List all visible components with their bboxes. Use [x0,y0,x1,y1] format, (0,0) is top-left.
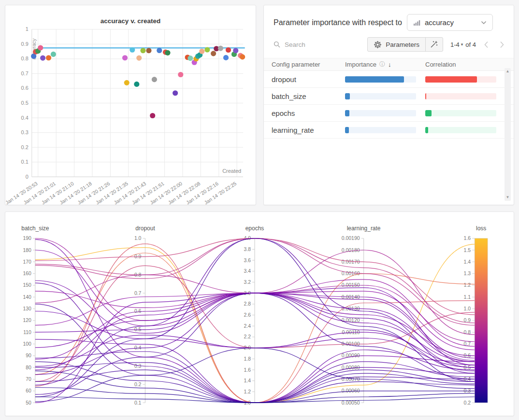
svg-text:Jan 14 '20 22:25: Jan 14 '20 22:25 [203,181,238,205]
svg-text:Jan 14 '20 21:26: Jan 14 '20 21:26 [77,181,111,205]
svg-text:1.2: 1.2 [464,282,471,288]
svg-text:1.3: 1.3 [464,271,471,276]
svg-text:120: 120 [23,318,31,323]
chevron-left-icon [484,41,489,48]
bar-chart-icon [413,19,420,26]
svg-text:0: 0 [26,174,29,180]
axis-title-batch_size: batch_size [21,225,49,232]
svg-text:Jan 14 '20 22:00: Jan 14 '20 22:00 [149,181,184,205]
scroll-down-icon[interactable]: ▼ [506,196,510,199]
run-point [38,45,43,50]
parallel-coordinates-chart[interactable]: 5060708090100110120130140150160170180190… [5,212,514,416]
svg-text:1.1: 1.1 [464,294,471,300]
run-point [130,47,135,53]
correlation-cell [425,110,514,116]
correlation-cell [425,76,514,83]
scatter-x-axis-label: Created [222,168,241,174]
parameters-button-label: Parameters [386,41,419,48]
table-row[interactable]: epochs [264,105,514,122]
run-point [150,113,155,118]
svg-text:180: 180 [23,248,31,253]
svg-text:0.00190: 0.00190 [342,236,360,241]
page-range-dropdown[interactable]: 1-4 ▾ [450,41,463,48]
config-parameter-name: epochs [264,109,345,117]
svg-text:190: 190 [23,236,31,241]
svg-text:Jan 14 '20 20:53: Jan 14 '20 20:53 [5,181,39,205]
config-parameter-name: learning_rate [264,126,345,134]
svg-text:0.1: 0.1 [134,400,142,406]
table-row[interactable]: batch_size [264,88,514,105]
importance-header: Parameter importance with respect to acc… [264,5,514,31]
table-row[interactable]: learning_rate [264,122,514,139]
importance-bar [345,127,416,133]
svg-text:Jan 14 '20 22:16: Jan 14 '20 22:16 [185,181,219,205]
parameters-button-group: Parameters [367,37,443,52]
info-icon[interactable]: ⓘ [379,60,385,69]
axis-title-dropout: dropout [135,225,155,232]
run-point [165,50,170,56]
pagination-total: of 4 [465,41,476,48]
chevron-down-icon [481,21,487,25]
config-parameter-name: batch_size [264,92,345,100]
run-point [226,47,231,53]
svg-text:Jan 14 '20 21:43: Jan 14 '20 21:43 [113,181,147,205]
parameters-button[interactable]: Parameters [368,38,425,51]
run-point [204,47,210,52]
axis-title-loss: loss [476,225,486,232]
table-scrollbar[interactable]: ▲ ▼ [505,68,511,201]
auto-visualize-button[interactable] [425,38,443,51]
svg-text:160: 160 [23,271,31,276]
svg-text:2.6: 2.6 [244,312,251,318]
column-header-correlation[interactable]: Correlation [425,61,514,68]
run-point [152,77,157,82]
axis-title-epochs: epochs [245,225,264,232]
run-point [211,51,216,56]
svg-text:140: 140 [23,294,31,300]
table-row[interactable]: dropout [264,71,514,88]
search-box[interactable] [274,41,367,49]
svg-text:Jan 14 '20 21:18: Jan 14 '20 21:18 [59,181,93,205]
importance-cell [345,110,425,116]
sort-desc-icon[interactable]: ↓ [388,61,391,68]
scatter-chart-title: accuracy v. created [5,17,256,25]
svg-text:1.4: 1.4 [464,259,471,265]
svg-text:2.8: 2.8 [244,301,251,307]
svg-text:3.8: 3.8 [244,247,251,252]
svg-text:130: 130 [23,306,31,311]
run-point [233,48,238,53]
svg-text:0.8: 0.8 [21,56,29,61]
svg-text:0.7: 0.7 [21,70,29,76]
importance-table-body: dropoutbatch_sizeepochslearning_rate [264,71,514,139]
metric-select-dropdown[interactable]: accuracy [407,14,493,31]
svg-text:3.6: 3.6 [244,258,251,263]
svg-text:3.2: 3.2 [244,280,251,285]
page-range-label: 1-4 [450,41,460,48]
search-input[interactable] [284,41,337,49]
run-point [223,55,229,60]
run-point [136,55,142,60]
importance-cell [345,127,425,133]
svg-text:0.3: 0.3 [21,129,29,135]
scatter-panel: accuracy v. created 10.90.80.70.60.50.40… [5,5,256,205]
run-point [199,49,204,54]
run-point [240,54,245,59]
svg-text:1.2: 1.2 [244,389,251,394]
config-parameter-name: dropout [264,75,345,84]
svg-text:0.2: 0.2 [134,382,142,387]
svg-text:1.8: 1.8 [244,356,251,362]
next-page-button[interactable] [500,41,504,48]
column-header-config-parameter[interactable]: Config parameter [264,61,345,68]
previous-page-button[interactable] [484,41,489,48]
svg-text:1.5: 1.5 [464,248,471,253]
run-point [178,72,183,77]
parameter-importance-panel: Parameter importance with respect to acc… [263,5,514,205]
run-point [40,55,45,60]
search-icon [274,41,280,48]
scroll-up-icon[interactable]: ▲ [506,70,510,73]
svg-text:Jan 14 '20 22:08: Jan 14 '20 22:08 [167,181,202,205]
svg-text:Jan 14 '20 21:51: Jan 14 '20 21:51 [131,181,165,205]
svg-text:100: 100 [23,341,31,347]
loss-colorbar [475,238,488,403]
accuracy-vs-created-chart[interactable]: 10.90.80.70.60.50.40.30.20.10Jan 14 '20 … [5,5,256,205]
column-header-importance[interactable]: Importance ⓘ ↓ [345,60,425,69]
